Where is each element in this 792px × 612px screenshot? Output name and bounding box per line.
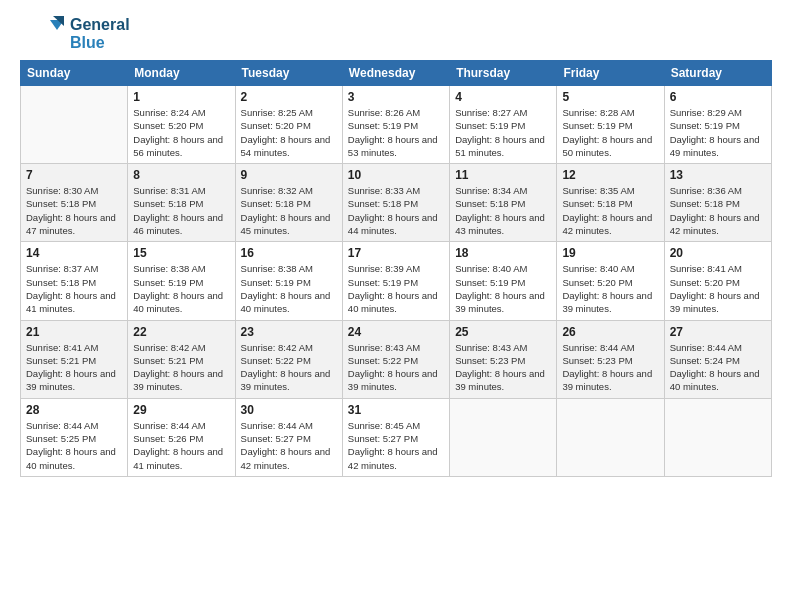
day-info: Sunrise: 8:44 AMSunset: 5:25 PMDaylight:… <box>26 419 122 472</box>
calendar-cell: 19Sunrise: 8:40 AMSunset: 5:20 PMDayligh… <box>557 242 664 320</box>
day-number: 11 <box>455 168 551 182</box>
calendar-cell: 14Sunrise: 8:37 AMSunset: 5:18 PMDayligh… <box>21 242 128 320</box>
logo-general: General <box>70 16 130 34</box>
day-number: 23 <box>241 325 337 339</box>
calendar-cell: 27Sunrise: 8:44 AMSunset: 5:24 PMDayligh… <box>664 320 771 398</box>
day-info: Sunrise: 8:41 AMSunset: 5:20 PMDaylight:… <box>670 262 766 315</box>
day-info: Sunrise: 8:35 AMSunset: 5:18 PMDaylight:… <box>562 184 658 237</box>
col-header-monday: Monday <box>128 61 235 86</box>
day-info: Sunrise: 8:44 AMSunset: 5:23 PMDaylight:… <box>562 341 658 394</box>
calendar-cell: 26Sunrise: 8:44 AMSunset: 5:23 PMDayligh… <box>557 320 664 398</box>
calendar-cell: 9Sunrise: 8:32 AMSunset: 5:18 PMDaylight… <box>235 164 342 242</box>
day-info: Sunrise: 8:25 AMSunset: 5:20 PMDaylight:… <box>241 106 337 159</box>
calendar-cell: 10Sunrise: 8:33 AMSunset: 5:18 PMDayligh… <box>342 164 449 242</box>
day-number: 17 <box>348 246 444 260</box>
day-info: Sunrise: 8:42 AMSunset: 5:22 PMDaylight:… <box>241 341 337 394</box>
col-header-thursday: Thursday <box>450 61 557 86</box>
day-number: 29 <box>133 403 229 417</box>
calendar-cell: 31Sunrise: 8:45 AMSunset: 5:27 PMDayligh… <box>342 398 449 476</box>
day-number: 7 <box>26 168 122 182</box>
calendar-cell: 22Sunrise: 8:42 AMSunset: 5:21 PMDayligh… <box>128 320 235 398</box>
day-info: Sunrise: 8:27 AMSunset: 5:19 PMDaylight:… <box>455 106 551 159</box>
day-number: 6 <box>670 90 766 104</box>
col-header-saturday: Saturday <box>664 61 771 86</box>
col-header-wednesday: Wednesday <box>342 61 449 86</box>
day-number: 13 <box>670 168 766 182</box>
calendar-cell: 1Sunrise: 8:24 AMSunset: 5:20 PMDaylight… <box>128 86 235 164</box>
day-info: Sunrise: 8:32 AMSunset: 5:18 PMDaylight:… <box>241 184 337 237</box>
day-info: Sunrise: 8:40 AMSunset: 5:20 PMDaylight:… <box>562 262 658 315</box>
day-info: Sunrise: 8:39 AMSunset: 5:19 PMDaylight:… <box>348 262 444 315</box>
day-number: 19 <box>562 246 658 260</box>
day-number: 26 <box>562 325 658 339</box>
day-number: 27 <box>670 325 766 339</box>
calendar-cell: 11Sunrise: 8:34 AMSunset: 5:18 PMDayligh… <box>450 164 557 242</box>
day-number: 8 <box>133 168 229 182</box>
calendar-cell: 25Sunrise: 8:43 AMSunset: 5:23 PMDayligh… <box>450 320 557 398</box>
day-number: 25 <box>455 325 551 339</box>
calendar-cell: 6Sunrise: 8:29 AMSunset: 5:19 PMDaylight… <box>664 86 771 164</box>
calendar-cell <box>21 86 128 164</box>
calendar-week-row: 28Sunrise: 8:44 AMSunset: 5:25 PMDayligh… <box>21 398 772 476</box>
day-number: 10 <box>348 168 444 182</box>
day-number: 22 <box>133 325 229 339</box>
day-info: Sunrise: 8:36 AMSunset: 5:18 PMDaylight:… <box>670 184 766 237</box>
day-info: Sunrise: 8:44 AMSunset: 5:24 PMDaylight:… <box>670 341 766 394</box>
day-info: Sunrise: 8:41 AMSunset: 5:21 PMDaylight:… <box>26 341 122 394</box>
calendar-cell: 8Sunrise: 8:31 AMSunset: 5:18 PMDaylight… <box>128 164 235 242</box>
logo-blue: Blue <box>70 34 130 52</box>
day-number: 31 <box>348 403 444 417</box>
col-header-sunday: Sunday <box>21 61 128 86</box>
day-info: Sunrise: 8:38 AMSunset: 5:19 PMDaylight:… <box>241 262 337 315</box>
day-info: Sunrise: 8:43 AMSunset: 5:23 PMDaylight:… <box>455 341 551 394</box>
calendar-cell: 13Sunrise: 8:36 AMSunset: 5:18 PMDayligh… <box>664 164 771 242</box>
day-number: 9 <box>241 168 337 182</box>
calendar-cell: 16Sunrise: 8:38 AMSunset: 5:19 PMDayligh… <box>235 242 342 320</box>
calendar-header-row: SundayMondayTuesdayWednesdayThursdayFrid… <box>21 61 772 86</box>
day-number: 5 <box>562 90 658 104</box>
day-number: 3 <box>348 90 444 104</box>
day-info: Sunrise: 8:38 AMSunset: 5:19 PMDaylight:… <box>133 262 229 315</box>
calendar-cell: 5Sunrise: 8:28 AMSunset: 5:19 PMDaylight… <box>557 86 664 164</box>
col-header-friday: Friday <box>557 61 664 86</box>
calendar-cell: 30Sunrise: 8:44 AMSunset: 5:27 PMDayligh… <box>235 398 342 476</box>
calendar-cell: 3Sunrise: 8:26 AMSunset: 5:19 PMDaylight… <box>342 86 449 164</box>
calendar-cell: 17Sunrise: 8:39 AMSunset: 5:19 PMDayligh… <box>342 242 449 320</box>
day-number: 28 <box>26 403 122 417</box>
day-number: 1 <box>133 90 229 104</box>
day-info: Sunrise: 8:30 AMSunset: 5:18 PMDaylight:… <box>26 184 122 237</box>
calendar-week-row: 21Sunrise: 8:41 AMSunset: 5:21 PMDayligh… <box>21 320 772 398</box>
day-info: Sunrise: 8:29 AMSunset: 5:19 PMDaylight:… <box>670 106 766 159</box>
calendar-cell: 23Sunrise: 8:42 AMSunset: 5:22 PMDayligh… <box>235 320 342 398</box>
calendar-cell: 29Sunrise: 8:44 AMSunset: 5:26 PMDayligh… <box>128 398 235 476</box>
day-number: 14 <box>26 246 122 260</box>
day-info: Sunrise: 8:33 AMSunset: 5:18 PMDaylight:… <box>348 184 444 237</box>
calendar-cell: 20Sunrise: 8:41 AMSunset: 5:20 PMDayligh… <box>664 242 771 320</box>
header: GeneralBlue <box>20 16 772 52</box>
day-number: 24 <box>348 325 444 339</box>
day-info: Sunrise: 8:34 AMSunset: 5:18 PMDaylight:… <box>455 184 551 237</box>
day-number: 16 <box>241 246 337 260</box>
calendar-cell: 12Sunrise: 8:35 AMSunset: 5:18 PMDayligh… <box>557 164 664 242</box>
day-number: 4 <box>455 90 551 104</box>
day-number: 20 <box>670 246 766 260</box>
calendar-cell: 15Sunrise: 8:38 AMSunset: 5:19 PMDayligh… <box>128 242 235 320</box>
day-info: Sunrise: 8:42 AMSunset: 5:21 PMDaylight:… <box>133 341 229 394</box>
calendar-cell: 2Sunrise: 8:25 AMSunset: 5:20 PMDaylight… <box>235 86 342 164</box>
logo: GeneralBlue <box>20 16 130 52</box>
calendar-cell <box>664 398 771 476</box>
calendar-week-row: 14Sunrise: 8:37 AMSunset: 5:18 PMDayligh… <box>21 242 772 320</box>
day-info: Sunrise: 8:31 AMSunset: 5:18 PMDaylight:… <box>133 184 229 237</box>
day-info: Sunrise: 8:43 AMSunset: 5:22 PMDaylight:… <box>348 341 444 394</box>
day-number: 21 <box>26 325 122 339</box>
day-number: 30 <box>241 403 337 417</box>
day-info: Sunrise: 8:44 AMSunset: 5:27 PMDaylight:… <box>241 419 337 472</box>
calendar-cell: 28Sunrise: 8:44 AMSunset: 5:25 PMDayligh… <box>21 398 128 476</box>
day-info: Sunrise: 8:40 AMSunset: 5:19 PMDaylight:… <box>455 262 551 315</box>
day-number: 15 <box>133 246 229 260</box>
logo-svg <box>20 16 64 52</box>
calendar-cell: 18Sunrise: 8:40 AMSunset: 5:19 PMDayligh… <box>450 242 557 320</box>
calendar-week-row: 1Sunrise: 8:24 AMSunset: 5:20 PMDaylight… <box>21 86 772 164</box>
calendar-cell: 4Sunrise: 8:27 AMSunset: 5:19 PMDaylight… <box>450 86 557 164</box>
day-info: Sunrise: 8:37 AMSunset: 5:18 PMDaylight:… <box>26 262 122 315</box>
